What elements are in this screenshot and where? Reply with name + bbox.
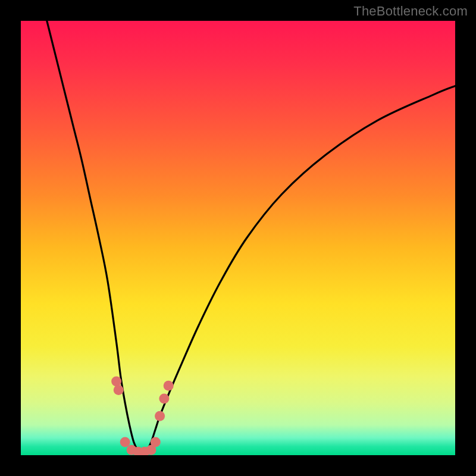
sample-dot [120, 437, 130, 447]
watermark-text: TheBottleneck.com [353, 4, 468, 19]
sample-dot [164, 381, 174, 391]
plot-area [21, 21, 455, 455]
curve-layer [21, 21, 455, 455]
sample-dot [159, 394, 169, 404]
chart-frame: TheBottleneck.com [0, 0, 476, 476]
sample-dot [155, 411, 165, 421]
sample-dot [151, 437, 161, 447]
sample-dot [111, 376, 121, 386]
sample-dot [114, 385, 124, 395]
curve-left-branch [47, 21, 143, 455]
curve-right-branch [142, 86, 455, 456]
